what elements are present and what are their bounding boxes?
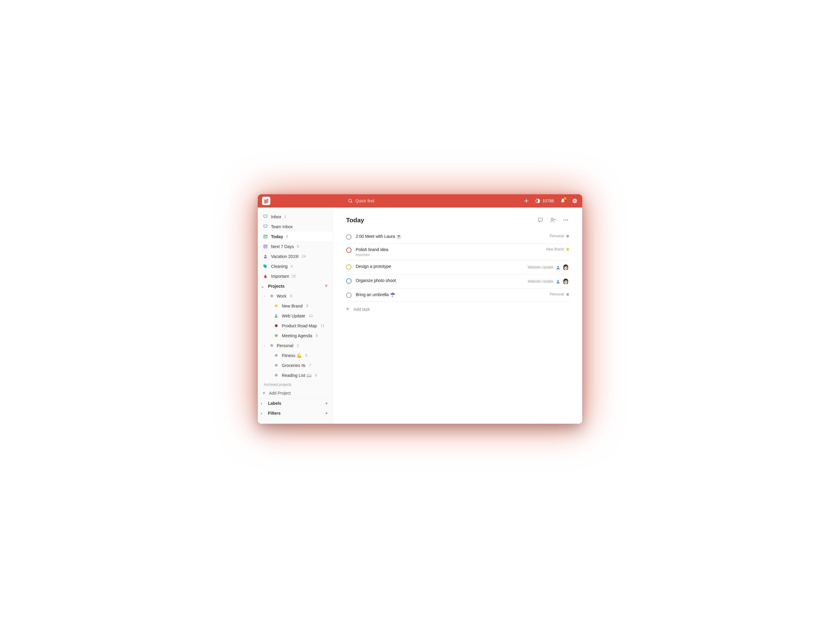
task-meta: Website Update [528, 278, 569, 285]
sidebar-nav-next-7-days[interactable]: Next 7 Days 8 [258, 241, 333, 251]
topbar: Quick find 10786 [258, 194, 582, 208]
project-count: 9 [306, 304, 308, 308]
project-count: 6 [315, 373, 317, 377]
project-color-dot [275, 324, 278, 327]
search-bar[interactable]: Quick find [348, 199, 374, 204]
sidebar-nav-team-inbox[interactable]: Team Inbox [258, 221, 333, 232]
project-color-dot [274, 354, 278, 357]
task-row[interactable]: Bring an umbrella ☂️Personal [346, 288, 569, 302]
share-button[interactable] [550, 217, 556, 223]
more-button[interactable] [562, 217, 569, 223]
add-project-row[interactable]: + Add Project [258, 388, 333, 398]
notifications-button[interactable] [559, 198, 566, 204]
svg-text:21: 21 [265, 236, 266, 238]
project-color-dot [566, 248, 569, 251]
project-fitness-[interactable]: Fitness 💪 9 [258, 351, 333, 360]
projects-label: Projects [268, 284, 284, 288]
svg-point-24 [567, 220, 568, 220]
karma-value: 10786 [542, 199, 554, 203]
add-task-global-button[interactable] [523, 198, 530, 204]
chevron-right-icon: › [264, 294, 267, 298]
chevron-right-icon: › [261, 401, 265, 406]
comments-button[interactable] [537, 217, 544, 223]
svg-point-17 [264, 265, 265, 266]
plus-icon: + [346, 306, 349, 312]
add-project-icon[interactable]: + [324, 283, 328, 289]
sidebar-nav-vacation-2019-[interactable]: Vacation 2019! 24 [258, 251, 333, 261]
karma-icon [535, 198, 540, 204]
task-row[interactable]: 2:00 Meet with Laura ☕️Personal [346, 230, 569, 244]
gear-icon [572, 198, 578, 204]
add-task-row[interactable]: + Add task [346, 302, 569, 316]
svg-line-1 [351, 202, 352, 203]
labels-section-header[interactable]: › Labels + [258, 398, 333, 408]
nav-count: 32 [292, 274, 296, 278]
project-web-update[interactable]: Web Update 10 [258, 311, 333, 321]
nav-label: Cleaning [271, 264, 287, 269]
app-window: Quick find 10786 Inbox 2Team Inbox21Toda… [258, 194, 582, 424]
task-row[interactable]: Design a prototypeWebsite Update [346, 260, 569, 275]
project-groceries-[interactable]: Groceries 🛍 7 [258, 360, 333, 370]
filters-section-header[interactable]: › Filters + [258, 408, 333, 418]
project-count: 2 [297, 343, 299, 348]
project-reading-list-[interactable]: Reading List 📖 6 [258, 370, 333, 380]
page-title: Today [346, 217, 364, 224]
add-label-icon[interactable]: + [326, 401, 328, 406]
sidebar-nav-today[interactable]: 21Today 8 [258, 232, 333, 241]
task-title: Bring an umbrella ☂️ [356, 292, 546, 297]
comment-icon [537, 217, 544, 223]
add-filter-icon[interactable]: + [326, 411, 328, 416]
projects-section-header[interactable]: ⌄ Projects + [258, 281, 333, 291]
task-checkbox[interactable] [346, 278, 351, 284]
person-add-icon [550, 217, 556, 223]
project-count: 11 [321, 324, 324, 328]
task-row[interactable]: Organize photo shootWebsite Update [346, 275, 569, 288]
project-new-brand[interactable]: New Brand 9 [258, 301, 333, 311]
plus-icon [523, 198, 529, 204]
project-work[interactable]: ›Work 9 [258, 291, 333, 301]
search-icon [348, 199, 353, 204]
project-meeting-agenda[interactable]: Meeting Agenda 6 [258, 331, 333, 340]
app-logo[interactable] [262, 197, 271, 205]
task-project: Website Update [528, 265, 553, 269]
project-color-dot [271, 294, 273, 297]
sidebar-nav-inbox[interactable]: Inbox 2 [258, 212, 333, 221]
task-project: New Brand [546, 247, 564, 251]
karma-counter[interactable]: 10786 [535, 198, 554, 204]
project-color-dot [275, 354, 278, 357]
task-checkbox[interactable] [346, 293, 351, 298]
project-color-dot [274, 364, 278, 367]
task-row[interactable]: Polish brand ideaImportantNew Brand [346, 244, 569, 260]
task-checkbox[interactable] [346, 234, 351, 240]
archived-projects-link[interactable]: Archived projects [258, 380, 333, 388]
task-title: 2:00 Meet with Laura ☕️ [356, 234, 546, 239]
project-personal[interactable]: ›Personal 2 [258, 340, 333, 351]
settings-button[interactable] [571, 198, 578, 204]
project-color-dot [566, 235, 569, 238]
task-project: Website Update [528, 279, 553, 284]
task-project: Personal [550, 292, 564, 296]
search-placeholder: Quick find [355, 199, 374, 203]
project-color-dot [274, 334, 278, 337]
nav-label: Next 7 Days [271, 244, 294, 249]
inbox-icon [263, 214, 268, 220]
nav-count: 4 [290, 264, 293, 269]
task-meta: Personal [550, 234, 569, 238]
task-checkbox[interactable] [346, 264, 351, 270]
chevron-right-icon: › [264, 344, 267, 348]
svg-point-18 [275, 314, 277, 316]
project-name: Meeting Agenda [282, 333, 312, 338]
inbox-icon [263, 224, 268, 229]
task-subtitle: Important [356, 253, 542, 257]
project-color-dot [274, 305, 278, 307]
project-product-road-map[interactable]: Product Road Map 11 [258, 321, 333, 331]
notification-dot [564, 197, 566, 200]
sidebar-nav-important[interactable]: Important 32 [258, 271, 333, 281]
task-checkbox[interactable] [346, 247, 351, 253]
nav-label: Vacation 2019! [271, 254, 299, 259]
nav-count: 2 [284, 215, 286, 219]
main-content: Today 2:00 Meet with Laura ☕️PersonalPol… [333, 208, 582, 424]
svg-point-23 [565, 220, 566, 220]
chevron-right-icon: › [261, 411, 265, 416]
sidebar-nav-cleaning[interactable]: Cleaning 4 [258, 261, 333, 271]
